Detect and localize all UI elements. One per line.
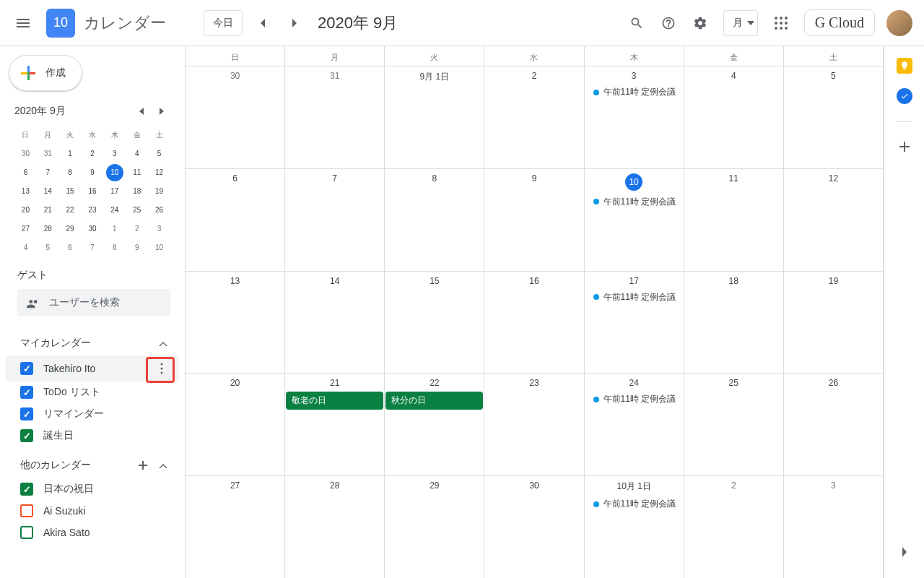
calendar-checkbox[interactable] [20,504,33,517]
mini-day[interactable]: 31 [39,145,56,163]
mini-day[interactable]: 16 [84,183,101,200]
mini-day[interactable]: 3 [151,220,168,238]
today-button[interactable]: 今日 [204,10,243,36]
mini-day[interactable]: 9 [128,239,146,256]
mini-day[interactable]: 24 [106,202,123,219]
day-cell[interactable]: 26 [784,374,884,475]
mini-day[interactable]: 1 [106,220,123,238]
day-cell[interactable]: 28 [285,476,385,578]
day-cell[interactable]: 16 [484,272,584,374]
calendar-item[interactable]: 日本の祝日 [6,478,179,500]
day-cell[interactable]: 12 [784,169,884,271]
calendar-item[interactable]: Takehiro Ito [6,355,179,381]
mini-day[interactable]: 13 [17,183,34,200]
day-cell[interactable]: 30 [186,66,285,168]
day-cell[interactable]: 22秋分の日 [385,374,484,475]
mini-day[interactable]: 2 [84,145,101,163]
calendar-checkbox[interactable] [20,526,33,539]
calendar-checkbox[interactable] [20,407,33,420]
mini-day[interactable]: 5 [151,145,168,163]
day-cell[interactable]: 9 [484,169,584,271]
day-cell[interactable]: 10午前11時 定例会議 [585,169,684,271]
calendar-event[interactable]: 午前11時 定例会議 [588,85,681,100]
calendar-event[interactable]: 午前11時 定例会議 [588,290,681,305]
panel-expand-button[interactable] [890,538,919,566]
menu-button[interactable] [6,6,40,40]
mini-day[interactable]: 6 [17,164,34,181]
day-cell[interactable]: 10月 1日午前11時 定例会議 [585,476,684,578]
mini-day[interactable]: 28 [39,220,56,238]
day-cell[interactable]: 11 [684,169,784,271]
prev-month-button[interactable] [251,12,274,35]
other-calendars-header[interactable]: 他のカレンダー [6,452,179,478]
mini-day[interactable]: 23 [84,202,101,219]
day-cell[interactable]: 25 [684,374,784,475]
day-cell[interactable]: 20 [186,374,285,475]
mini-day[interactable]: 7 [84,239,101,256]
day-cell[interactable]: 6 [186,169,285,271]
day-cell[interactable]: 9月 1日 [385,66,484,168]
calendar-item[interactable]: 誕生日 [6,425,179,447]
mini-day[interactable]: 17 [106,183,123,200]
mini-day[interactable]: 5 [39,239,56,256]
my-calendars-header[interactable]: マイカレンダー [6,331,179,355]
day-cell[interactable]: 7 [285,169,385,271]
mini-day[interactable]: 18 [128,183,146,200]
calendar-checkbox[interactable] [20,429,33,442]
calendar-event[interactable]: 午前11時 定例会議 [588,392,681,407]
help-button[interactable] [654,9,683,38]
day-cell[interactable]: 4 [684,66,784,168]
mini-day[interactable]: 8 [106,239,123,256]
search-users-input[interactable]: ユーザーを検索 [17,289,170,316]
calendar-event[interactable]: 敬老の日 [286,392,383,410]
mini-day[interactable]: 30 [84,220,101,238]
day-cell[interactable]: 3午前11時 定例会議 [585,66,684,168]
day-cell[interactable]: 5 [784,66,884,168]
add-calendar-button[interactable] [136,458,150,473]
day-cell[interactable]: 18 [684,272,784,374]
mini-day[interactable]: 15 [61,183,79,200]
calendar-event[interactable]: 午前11時 定例会議 [588,194,681,210]
day-cell[interactable]: 19 [784,272,884,374]
day-cell[interactable]: 13 [186,272,285,374]
keep-icon[interactable] [897,58,912,74]
mini-prev-button[interactable] [133,103,150,120]
day-cell[interactable]: 15 [385,272,484,374]
mini-day[interactable]: 22 [61,202,79,219]
day-cell[interactable]: 27 [186,476,285,578]
mini-day[interactable]: 10 [106,164,123,181]
mini-day[interactable]: 29 [61,220,79,238]
next-month-button[interactable] [283,12,306,35]
mini-day[interactable]: 2 [128,220,146,238]
mini-next-button[interactable] [153,103,170,120]
tasks-icon[interactable] [897,88,912,104]
mini-day[interactable]: 4 [17,239,34,256]
day-cell[interactable]: 24午前11時 定例会議 [585,374,684,475]
day-cell[interactable]: 3 [784,476,884,578]
mini-day[interactable]: 8 [61,164,79,181]
calendar-item[interactable]: Akira Sato [6,522,179,543]
mini-day[interactable]: 12 [151,164,168,181]
calendar-event[interactable]: 秋分の日 [385,392,483,410]
mini-day[interactable]: 10 [151,239,168,256]
day-cell[interactable]: 17午前11時 定例会議 [585,272,684,374]
day-cell[interactable]: 14 [285,272,385,374]
day-cell[interactable]: 30 [484,476,584,578]
day-cell[interactable]: 8 [385,169,484,271]
mini-day[interactable]: 26 [151,202,168,219]
calendar-event[interactable]: 午前11時 定例会議 [588,496,681,512]
mini-day[interactable]: 3 [106,145,123,163]
mini-day[interactable]: 11 [128,164,146,181]
mini-day[interactable]: 14 [39,183,56,200]
mini-day[interactable]: 20 [17,202,34,219]
settings-button[interactable] [686,9,715,38]
user-avatar[interactable] [886,10,912,36]
calendar-more-button[interactable] [153,360,170,377]
day-cell[interactable]: 23 [484,374,584,475]
calendar-checkbox[interactable] [20,362,33,375]
calendar-item[interactable]: ToDo リスト [6,381,179,403]
mini-day[interactable]: 30 [17,145,34,163]
mini-day[interactable]: 25 [128,202,146,219]
google-apps-button[interactable] [767,9,796,38]
calendar-item[interactable]: Ai Suzuki [6,500,179,522]
